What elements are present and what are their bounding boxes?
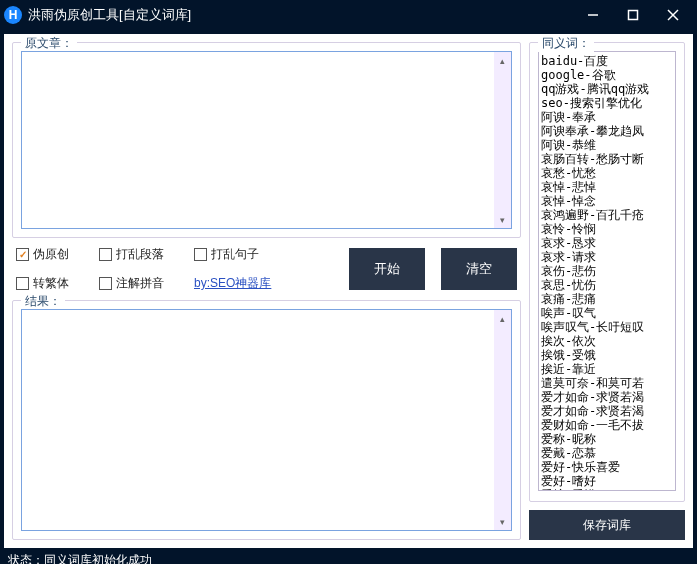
checkbox-icon — [16, 248, 29, 261]
checkbox-icon — [16, 277, 29, 290]
result-fieldset: 结果： ▴ ▾ — [12, 300, 521, 540]
scrollbar[interactable]: ▴ ▾ — [494, 310, 511, 530]
traditional-checkbox[interactable]: 转繁体 — [16, 275, 69, 292]
result-textarea[interactable] — [21, 309, 512, 531]
source-fieldset: 原文章： ▴ ▾ — [12, 42, 521, 238]
svg-rect-1 — [629, 11, 638, 20]
titlebar: H 洪雨伪原创工具[自定义词库] — [0, 0, 697, 30]
fake-original-label: 伪原创 — [33, 246, 69, 263]
result-legend: 结果： — [21, 293, 65, 310]
checkbox-icon — [194, 248, 207, 261]
shuffle-sentence-checkbox[interactable]: 打乱句子 — [194, 246, 259, 263]
scroll-up-icon[interactable]: ▴ — [494, 310, 511, 327]
scroll-up-icon[interactable]: ▴ — [494, 52, 511, 69]
traditional-label: 转繁体 — [33, 275, 69, 292]
shuffle-paragraph-label: 打乱段落 — [116, 246, 164, 263]
source-textarea[interactable] — [21, 51, 512, 229]
options-area: 伪原创 打乱段落 打乱句子 转繁体 注解拼音 by:SEO神器库 开始 清空 — [12, 246, 521, 292]
pinyin-label: 注解拼音 — [116, 275, 164, 292]
shuffle-sentence-label: 打乱句子 — [211, 246, 259, 263]
status-text: 状态：同义词库初始化成功 — [8, 552, 152, 564]
scrollbar[interactable]: ▴ ▾ — [494, 52, 511, 228]
start-button[interactable]: 开始 — [349, 248, 425, 290]
checkbox-icon — [99, 248, 112, 261]
close-button[interactable] — [653, 0, 693, 30]
save-dictionary-button[interactable]: 保存词库 — [529, 510, 685, 540]
attribution-link[interactable]: by:SEO神器库 — [194, 275, 271, 292]
shuffle-paragraph-checkbox[interactable]: 打乱段落 — [99, 246, 164, 263]
minimize-button[interactable] — [573, 0, 613, 30]
window-title: 洪雨伪原创工具[自定义词库] — [28, 6, 573, 24]
pinyin-checkbox[interactable]: 注解拼音 — [99, 275, 164, 292]
clear-button[interactable]: 清空 — [441, 248, 517, 290]
synonym-legend: 同义词： — [538, 35, 594, 52]
scroll-down-icon[interactable]: ▾ — [494, 211, 511, 228]
maximize-button[interactable] — [613, 0, 653, 30]
scroll-down-icon[interactable]: ▾ — [494, 513, 511, 530]
source-legend: 原文章： — [21, 35, 77, 52]
synonym-list[interactable]: baidu-百度 google-谷歌 qq游戏-腾讯qq游戏 seo-搜索引擎优… — [538, 51, 676, 491]
fake-original-checkbox[interactable]: 伪原创 — [16, 246, 69, 263]
checkbox-icon — [99, 277, 112, 290]
status-bar: 状态：同义词库初始化成功 — [0, 552, 697, 564]
app-logo-icon: H — [4, 6, 22, 24]
synonym-fieldset: 同义词： baidu-百度 google-谷歌 qq游戏-腾讯qq游戏 seo-… — [529, 42, 685, 502]
